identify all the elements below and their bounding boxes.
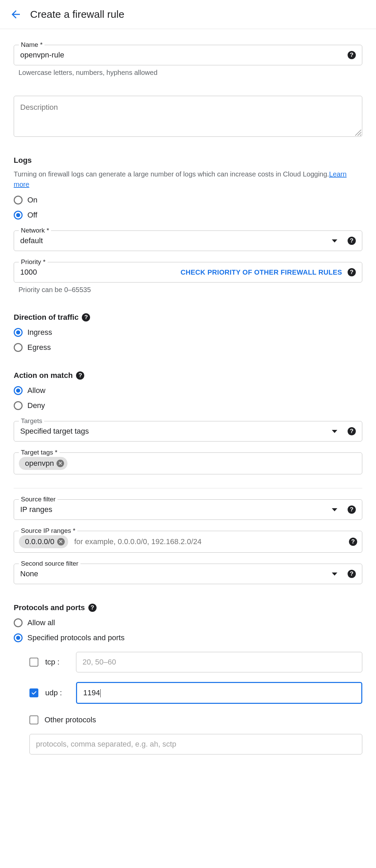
radio-icon	[14, 618, 23, 627]
help-icon[interactable]: ?	[88, 604, 97, 612]
page-header: Create a firewall rule	[0, 0, 376, 29]
action-allow-radio[interactable]: Allow	[14, 386, 362, 395]
chevron-down-icon	[332, 430, 337, 433]
chip-remove-icon[interactable]: ✕	[57, 460, 64, 467]
help-icon[interactable]: ?	[76, 371, 84, 380]
targets-label: Targets	[19, 417, 44, 425]
page-title: Create a firewall rule	[30, 9, 124, 20]
help-icon[interactable]: ?	[348, 505, 356, 514]
name-helper: Lowercase letters, numbers, hyphens allo…	[14, 69, 362, 77]
source-ip-hint: for example, 0.0.0.0/0, 192.168.2.0/24	[74, 537, 202, 546]
source-ip-label: Source IP ranges *	[19, 527, 77, 535]
name-input-container[interactable]: Name * ?	[14, 45, 362, 65]
chip-remove-icon[interactable]: ✕	[57, 538, 65, 545]
other-protocols-label: Other protocols	[45, 715, 96, 724]
help-icon[interactable]: ?	[348, 268, 356, 276]
resize-handle-icon[interactable]	[355, 130, 361, 136]
chevron-down-icon	[332, 573, 337, 576]
tcp-ports-input[interactable]: 20, 50–60	[76, 652, 362, 672]
help-icon[interactable]: ?	[348, 51, 356, 59]
description-input[interactable]: Description	[14, 96, 362, 137]
protocols-allow-all-radio[interactable]: Allow all	[14, 618, 362, 627]
target-tags-label: Target tags *	[19, 449, 60, 456]
target-tags-input[interactable]: Target tags * openvpn ✕	[14, 452, 362, 474]
back-arrow-icon[interactable]	[10, 8, 22, 21]
protocols-title: Protocols and ports ?	[14, 603, 362, 612]
second-source-label: Second source filter	[19, 560, 80, 567]
logs-off-radio[interactable]: Off	[14, 211, 362, 220]
priority-label: Priority *	[19, 258, 48, 266]
action-deny-radio[interactable]: Deny	[14, 401, 362, 410]
tcp-checkbox[interactable]	[29, 658, 38, 667]
help-icon[interactable]: ?	[348, 570, 356, 578]
radio-icon	[14, 343, 23, 352]
help-icon[interactable]: ?	[349, 538, 357, 546]
source-ip-chip: 0.0.0.0/0 ✕	[19, 535, 68, 548]
radio-icon	[14, 196, 23, 205]
udp-ports-input[interactable]: 1194	[76, 682, 362, 704]
name-label: Name *	[19, 41, 45, 49]
action-title: Action on match ?	[14, 371, 362, 380]
help-icon[interactable]: ?	[348, 237, 356, 245]
radio-icon	[14, 328, 23, 337]
targets-select[interactable]: Targets Specified target tags ?	[14, 421, 362, 442]
description-placeholder: Description	[20, 103, 58, 111]
udp-checkbox[interactable]	[29, 688, 38, 697]
radio-icon	[14, 386, 23, 395]
priority-input-container[interactable]: Priority * CHECK PRIORITY OF OTHER FIREW…	[14, 262, 362, 282]
check-priority-link[interactable]: CHECK PRIORITY OF OTHER FIREWALL RULES	[180, 268, 342, 276]
chevron-down-icon	[332, 508, 337, 511]
direction-title: Direction of traffic ?	[14, 313, 362, 322]
priority-input[interactable]	[20, 268, 54, 277]
chevron-down-icon	[332, 239, 337, 242]
other-protocols-input[interactable]: protocols, comma separated, e.g. ah, sct…	[29, 734, 362, 754]
logs-description: Turning on firewall logs can generate a …	[14, 169, 362, 189]
network-label: Network *	[19, 227, 51, 234]
help-icon[interactable]: ?	[82, 313, 90, 321]
udp-label: udp :	[45, 688, 69, 697]
direction-egress-radio[interactable]: Egress	[14, 343, 362, 352]
name-input[interactable]	[20, 51, 348, 60]
logs-on-radio[interactable]: On	[14, 196, 362, 205]
other-protocols-checkbox[interactable]	[29, 715, 38, 724]
source-filter-label: Source filter	[19, 496, 58, 503]
divider	[14, 488, 362, 488]
help-icon[interactable]: ?	[348, 427, 356, 435]
radio-icon	[14, 633, 23, 642]
radio-icon	[14, 401, 23, 410]
target-tag-chip: openvpn ✕	[19, 457, 67, 470]
source-ip-input[interactable]: Source IP ranges * 0.0.0.0/0 ✕ for examp…	[14, 531, 362, 553]
radio-icon	[14, 211, 23, 220]
protocols-specified-radio[interactable]: Specified protocols and ports	[14, 633, 362, 642]
logs-title: Logs	[14, 156, 362, 165]
tcp-label: tcp :	[45, 658, 69, 667]
second-source-filter-select[interactable]: Second source filter None ?	[14, 564, 362, 584]
network-select[interactable]: Network * default ?	[14, 231, 362, 251]
direction-ingress-radio[interactable]: Ingress	[14, 328, 362, 337]
priority-helper: Priority can be 0–65535	[14, 286, 362, 294]
source-filter-select[interactable]: Source filter IP ranges ?	[14, 499, 362, 520]
